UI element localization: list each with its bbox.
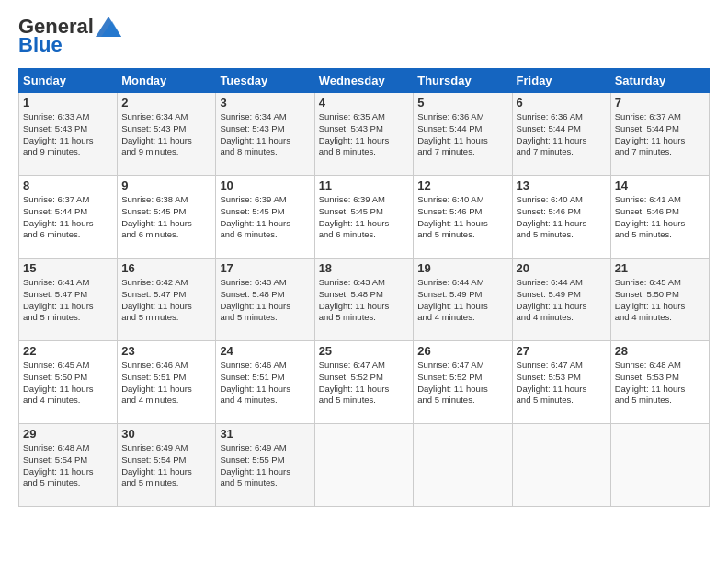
day-number: 14 bbox=[615, 178, 705, 192]
day-number: 29 bbox=[23, 427, 113, 441]
calendar-day-cell: 4Sunrise: 6:35 AM Sunset: 5:43 PM Daylig… bbox=[314, 93, 414, 176]
day-number: 12 bbox=[417, 178, 507, 192]
weekday-header: Saturday bbox=[610, 69, 709, 93]
weekday-row: SundayMondayTuesdayWednesdayThursdayFrid… bbox=[19, 69, 710, 93]
calendar-day-cell: 7Sunrise: 6:37 AM Sunset: 5:44 PM Daylig… bbox=[610, 93, 709, 176]
day-number: 17 bbox=[220, 261, 310, 275]
calendar-day-cell: 18Sunrise: 6:43 AM Sunset: 5:48 PM Dayli… bbox=[314, 259, 414, 341]
day-info: Sunrise: 6:37 AM Sunset: 5:44 PM Dayligh… bbox=[23, 194, 113, 241]
day-number: 27 bbox=[517, 344, 607, 358]
calendar-day-cell: 22Sunrise: 6:45 AM Sunset: 5:50 PM Dayli… bbox=[19, 341, 118, 424]
calendar-day-cell: 8Sunrise: 6:37 AM Sunset: 5:44 PM Daylig… bbox=[19, 176, 118, 259]
calendar-day-cell: 23Sunrise: 6:46 AM Sunset: 5:51 PM Dayli… bbox=[118, 341, 216, 424]
day-number: 4 bbox=[319, 96, 410, 109]
day-info: Sunrise: 6:47 AM Sunset: 5:52 PM Dayligh… bbox=[319, 360, 410, 407]
day-info: Sunrise: 6:48 AM Sunset: 5:53 PM Dayligh… bbox=[615, 360, 705, 407]
calendar-day-cell: 2Sunrise: 6:34 AM Sunset: 5:43 PM Daylig… bbox=[118, 93, 216, 176]
calendar-day-cell: 9Sunrise: 6:38 AM Sunset: 5:45 PM Daylig… bbox=[118, 176, 216, 259]
day-number: 28 bbox=[615, 344, 705, 358]
day-number: 3 bbox=[220, 96, 310, 109]
day-number: 11 bbox=[319, 178, 410, 192]
day-number: 26 bbox=[417, 344, 507, 358]
calendar-day-cell: 15Sunrise: 6:41 AM Sunset: 5:47 PM Dayli… bbox=[19, 259, 118, 341]
calendar-day-cell: 11Sunrise: 6:39 AM Sunset: 5:45 PM Dayli… bbox=[314, 176, 414, 259]
calendar-body: 1Sunrise: 6:33 AM Sunset: 5:43 PM Daylig… bbox=[19, 93, 710, 507]
weekday-header: Monday bbox=[118, 69, 216, 93]
day-info: Sunrise: 6:46 AM Sunset: 5:51 PM Dayligh… bbox=[220, 360, 310, 407]
weekday-header: Friday bbox=[512, 69, 610, 93]
day-info: Sunrise: 6:45 AM Sunset: 5:50 PM Dayligh… bbox=[23, 360, 113, 407]
day-number: 31 bbox=[220, 427, 310, 441]
calendar-day-cell bbox=[610, 424, 709, 507]
calendar-week-row: 8Sunrise: 6:37 AM Sunset: 5:44 PM Daylig… bbox=[19, 176, 710, 259]
day-number: 25 bbox=[319, 344, 410, 358]
calendar-day-cell: 19Sunrise: 6:44 AM Sunset: 5:49 PM Dayli… bbox=[414, 259, 512, 341]
calendar-day-cell: 31Sunrise: 6:49 AM Sunset: 5:55 PM Dayli… bbox=[216, 424, 314, 507]
day-info: Sunrise: 6:49 AM Sunset: 5:54 PM Dayligh… bbox=[121, 442, 211, 489]
calendar-week-row: 22Sunrise: 6:45 AM Sunset: 5:50 PM Dayli… bbox=[19, 341, 710, 424]
calendar-day-cell bbox=[414, 424, 512, 507]
calendar-day-cell: 6Sunrise: 6:36 AM Sunset: 5:44 PM Daylig… bbox=[512, 93, 610, 176]
calendar-day-cell: 1Sunrise: 6:33 AM Sunset: 5:43 PM Daylig… bbox=[19, 93, 118, 176]
weekday-header: Thursday bbox=[414, 69, 512, 93]
calendar-day-cell: 13Sunrise: 6:40 AM Sunset: 5:46 PM Dayli… bbox=[512, 176, 610, 259]
day-info: Sunrise: 6:39 AM Sunset: 5:45 PM Dayligh… bbox=[319, 194, 410, 241]
day-number: 21 bbox=[615, 261, 705, 275]
day-number: 16 bbox=[121, 261, 211, 275]
day-info: Sunrise: 6:41 AM Sunset: 5:46 PM Dayligh… bbox=[615, 194, 705, 241]
calendar-day-cell bbox=[512, 424, 610, 507]
calendar-day-cell: 27Sunrise: 6:47 AM Sunset: 5:53 PM Dayli… bbox=[512, 341, 610, 424]
calendar-day-cell: 29Sunrise: 6:48 AM Sunset: 5:54 PM Dayli… bbox=[19, 424, 118, 507]
day-info: Sunrise: 6:42 AM Sunset: 5:47 PM Dayligh… bbox=[121, 277, 211, 324]
day-number: 1 bbox=[23, 96, 113, 109]
day-info: Sunrise: 6:40 AM Sunset: 5:46 PM Dayligh… bbox=[417, 194, 507, 241]
day-info: Sunrise: 6:44 AM Sunset: 5:49 PM Dayligh… bbox=[417, 277, 507, 324]
day-number: 15 bbox=[23, 261, 113, 275]
calendar-day-cell: 30Sunrise: 6:49 AM Sunset: 5:54 PM Dayli… bbox=[118, 424, 216, 507]
calendar-table: SundayMondayTuesdayWednesdayThursdayFrid… bbox=[18, 68, 710, 507]
day-number: 6 bbox=[517, 96, 607, 109]
day-number: 19 bbox=[417, 261, 507, 275]
calendar-day-cell: 26Sunrise: 6:47 AM Sunset: 5:52 PM Dayli… bbox=[414, 341, 512, 424]
day-info: Sunrise: 6:47 AM Sunset: 5:52 PM Dayligh… bbox=[417, 360, 507, 407]
day-info: Sunrise: 6:47 AM Sunset: 5:53 PM Dayligh… bbox=[517, 360, 607, 407]
logo: General Blue bbox=[18, 17, 121, 57]
day-number: 18 bbox=[319, 261, 410, 275]
day-info: Sunrise: 6:44 AM Sunset: 5:49 PM Dayligh… bbox=[517, 277, 607, 324]
calendar-day-cell: 21Sunrise: 6:45 AM Sunset: 5:50 PM Dayli… bbox=[610, 259, 709, 341]
day-number: 20 bbox=[517, 261, 607, 275]
calendar-week-row: 15Sunrise: 6:41 AM Sunset: 5:47 PM Dayli… bbox=[19, 259, 710, 341]
day-info: Sunrise: 6:37 AM Sunset: 5:44 PM Dayligh… bbox=[615, 111, 705, 158]
day-number: 5 bbox=[417, 96, 507, 109]
weekday-header: Sunday bbox=[19, 69, 118, 93]
calendar-day-cell: 28Sunrise: 6:48 AM Sunset: 5:53 PM Dayli… bbox=[610, 341, 709, 424]
header: General Blue bbox=[18, 17, 710, 57]
calendar-header: SundayMondayTuesdayWednesdayThursdayFrid… bbox=[19, 69, 710, 93]
day-info: Sunrise: 6:41 AM Sunset: 5:47 PM Dayligh… bbox=[23, 277, 113, 324]
day-number: 13 bbox=[517, 178, 607, 192]
day-info: Sunrise: 6:43 AM Sunset: 5:48 PM Dayligh… bbox=[220, 277, 310, 324]
day-number: 30 bbox=[121, 427, 211, 441]
day-info: Sunrise: 6:34 AM Sunset: 5:43 PM Dayligh… bbox=[121, 111, 211, 158]
calendar-day-cell: 20Sunrise: 6:44 AM Sunset: 5:49 PM Dayli… bbox=[512, 259, 610, 341]
day-number: 7 bbox=[615, 96, 705, 109]
calendar-day-cell bbox=[314, 424, 414, 507]
page-container: General Blue SundayMondayTuesdayWednesda… bbox=[0, 0, 728, 516]
calendar-week-row: 1Sunrise: 6:33 AM Sunset: 5:43 PM Daylig… bbox=[19, 93, 710, 176]
calendar-day-cell: 12Sunrise: 6:40 AM Sunset: 5:46 PM Dayli… bbox=[414, 176, 512, 259]
day-info: Sunrise: 6:43 AM Sunset: 5:48 PM Dayligh… bbox=[319, 277, 410, 324]
calendar-day-cell: 24Sunrise: 6:46 AM Sunset: 5:51 PM Dayli… bbox=[216, 341, 314, 424]
day-info: Sunrise: 6:35 AM Sunset: 5:43 PM Dayligh… bbox=[319, 111, 410, 158]
calendar-day-cell: 25Sunrise: 6:47 AM Sunset: 5:52 PM Dayli… bbox=[314, 341, 414, 424]
day-info: Sunrise: 6:36 AM Sunset: 5:44 PM Dayligh… bbox=[517, 111, 607, 158]
day-number: 9 bbox=[121, 178, 211, 192]
calendar-day-cell: 5Sunrise: 6:36 AM Sunset: 5:44 PM Daylig… bbox=[414, 93, 512, 176]
day-info: Sunrise: 6:45 AM Sunset: 5:50 PM Dayligh… bbox=[615, 277, 705, 324]
day-info: Sunrise: 6:39 AM Sunset: 5:45 PM Dayligh… bbox=[220, 194, 310, 241]
calendar-day-cell: 16Sunrise: 6:42 AM Sunset: 5:47 PM Dayli… bbox=[118, 259, 216, 341]
day-info: Sunrise: 6:38 AM Sunset: 5:45 PM Dayligh… bbox=[121, 194, 211, 241]
day-info: Sunrise: 6:48 AM Sunset: 5:54 PM Dayligh… bbox=[23, 442, 113, 489]
day-info: Sunrise: 6:40 AM Sunset: 5:46 PM Dayligh… bbox=[517, 194, 607, 241]
logo-icon bbox=[96, 17, 121, 37]
day-info: Sunrise: 6:49 AM Sunset: 5:55 PM Dayligh… bbox=[220, 442, 310, 489]
